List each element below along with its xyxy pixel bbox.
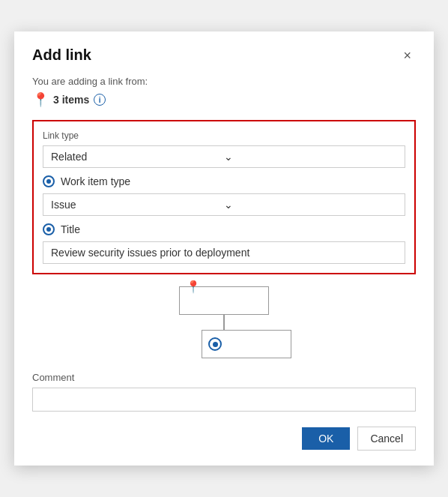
dialog-header: Add link × bbox=[32, 46, 416, 64]
diagram-source-box: 📍 bbox=[179, 286, 269, 315]
link-type-section: Link type Related ⌄ Work item type Issue… bbox=[32, 120, 416, 274]
diagram-radio-inner bbox=[213, 342, 218, 347]
add-link-dialog: Add link × You are adding a link from: 📍… bbox=[14, 31, 434, 466]
dialog-footer: OK Cancel bbox=[32, 427, 416, 451]
pin-icon: 📍 bbox=[32, 91, 49, 108]
diagram-pin-icon: 📍 bbox=[186, 280, 201, 294]
work-item-type-value: Issue bbox=[51, 199, 224, 211]
title-row: Title bbox=[43, 223, 405, 235]
comment-input[interactable] bbox=[32, 388, 416, 412]
link-type-value: Related bbox=[51, 151, 224, 163]
work-item-type-row: Work item type bbox=[43, 175, 405, 187]
source-label: 3 items bbox=[53, 94, 89, 106]
work-item-type-label: Work item type bbox=[61, 175, 130, 187]
link-type-label: Link type bbox=[43, 130, 405, 141]
diagram-radio-icon bbox=[208, 337, 222, 351]
title-radio-label: Title bbox=[61, 223, 80, 235]
source-row: 📍 3 items i bbox=[32, 91, 416, 108]
comment-label: Comment bbox=[32, 372, 416, 383]
ok-button[interactable]: OK bbox=[302, 427, 350, 450]
comment-section: Comment bbox=[32, 372, 416, 412]
radio-inner-2 bbox=[46, 227, 51, 232]
radio-inner bbox=[46, 179, 51, 184]
chevron-down-icon: ⌄ bbox=[224, 151, 397, 163]
subtitle: You are adding a link from: bbox=[32, 76, 416, 87]
info-icon[interactable]: i bbox=[94, 94, 106, 106]
work-item-type-radio[interactable] bbox=[43, 175, 55, 187]
link-type-dropdown[interactable]: Related ⌄ bbox=[43, 145, 405, 168]
diagram-target-box bbox=[202, 330, 291, 358]
dialog-title: Add link bbox=[32, 46, 91, 64]
title-input[interactable] bbox=[43, 241, 405, 264]
cancel-button[interactable]: Cancel bbox=[357, 427, 416, 451]
diagram-connector-line bbox=[223, 315, 225, 330]
diagram-area: 📍 bbox=[32, 286, 416, 358]
chevron-down-icon-2: ⌄ bbox=[224, 199, 397, 211]
close-button[interactable]: × bbox=[399, 47, 416, 64]
title-radio[interactable] bbox=[43, 223, 55, 235]
work-item-type-dropdown[interactable]: Issue ⌄ bbox=[43, 193, 405, 216]
